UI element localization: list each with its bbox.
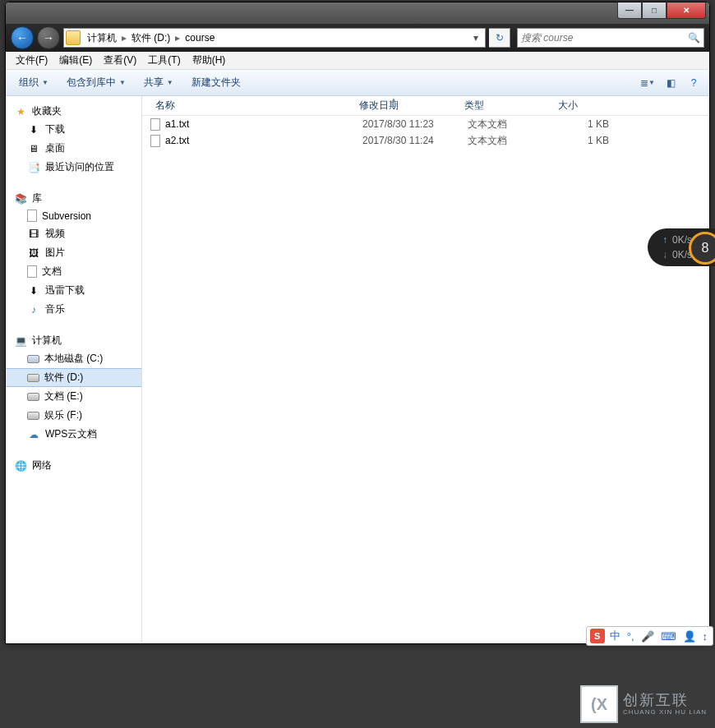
address-dropdown-icon[interactable]: ▾ <box>468 32 483 44</box>
watermark-en: CHUANG XIN HU LIAN <box>623 709 707 716</box>
ime-user-icon[interactable]: 👤 <box>681 630 698 643</box>
view-options-button[interactable]: ≣ ▼ <box>639 74 657 92</box>
column-date[interactable]: 修改日期 <box>353 96 458 115</box>
sidebar-item-drive-e[interactable]: 文档 (E:) <box>6 387 141 406</box>
ime-keyboard-icon[interactable]: ⌨ <box>659 630 678 643</box>
explorer-window: — □ ✕ ← → 计算机 ▸ 软件 (D:) ▸ course ▾ ↻ 🔍 文… <box>5 2 710 644</box>
file-type: 文本文档 <box>468 134 561 148</box>
recent-icon: 📑 <box>27 161 40 174</box>
breadcrumb-computer[interactable]: 计算机 <box>84 29 120 47</box>
doc-icon <box>27 265 37 278</box>
file-row[interactable]: a2.txt2017/8/30 11:24文本文档1 KB <box>142 132 709 149</box>
sidebar-item-xunlei[interactable]: ⬇迅雷下载 <box>6 281 141 300</box>
chevron-right-icon[interactable]: ▸ <box>120 32 128 44</box>
refresh-button[interactable]: ↻ <box>489 28 510 48</box>
sort-indicator-icon: ▲ <box>390 96 397 104</box>
search-box[interactable]: 🔍 <box>517 28 704 48</box>
sogou-logo-icon[interactable]: S <box>590 629 605 643</box>
star-icon: ★ <box>14 105 27 118</box>
network-header[interactable]: 🌐网络 <box>6 457 141 474</box>
file-list[interactable]: a1.txt2017/8/30 11:23文本文档1 KBa2.txt2017/… <box>142 116 709 643</box>
ime-punct[interactable]: °, <box>625 630 636 643</box>
music-icon: ♪ <box>27 303 40 316</box>
video-icon: 🎞 <box>27 228 40 241</box>
drive-icon <box>27 393 39 401</box>
address-bar[interactable]: 计算机 ▸ 软件 (D:) ▸ course ▾ <box>63 28 486 48</box>
sidebar-item-drive-c[interactable]: 本地磁盘 (C:) <box>6 349 141 368</box>
menu-help[interactable]: 帮助(H) <box>187 52 231 69</box>
column-type[interactable]: 类型 <box>458 96 551 115</box>
help-button[interactable]: ? <box>685 74 703 92</box>
file-view: ▲ 名称 修改日期 类型 大小 a1.txt2017/8/30 11:23文本文… <box>142 96 709 643</box>
new-folder-button[interactable]: 新建文件夹 <box>185 72 247 93</box>
navigation-pane: ★收藏夹 ⬇下载 🖥桌面 📑最近访问的位置 📚库 Subversion 🎞视频 … <box>6 96 142 643</box>
sidebar-item-recent[interactable]: 📑最近访问的位置 <box>6 158 141 177</box>
menu-view[interactable]: 查看(V) <box>99 52 141 69</box>
sidebar-item-wps-cloud[interactable]: ☁WPS云文档 <box>6 425 141 444</box>
file-size: 1 KB <box>561 118 620 130</box>
doc-icon <box>27 210 37 222</box>
ime-voice-icon[interactable]: 🎤 <box>639 630 656 643</box>
computer-icon: 💻 <box>14 334 27 348</box>
search-input[interactable] <box>521 32 688 44</box>
forward-button[interactable]: → <box>37 26 60 49</box>
library-header[interactable]: 📚库 <box>6 190 141 207</box>
file-date: 2017/8/30 11:24 <box>362 135 468 146</box>
sidebar-item-drive-d[interactable]: 软件 (D:) <box>6 368 141 387</box>
drive-icon <box>27 374 39 382</box>
file-name: a2.txt <box>165 135 362 146</box>
text-file-icon <box>150 118 160 131</box>
menu-file[interactable]: 文件(F) <box>11 52 53 69</box>
organize-button[interactable]: 组织▼ <box>12 72 55 93</box>
file-name: a1.txt <box>165 118 362 130</box>
body-area: ★收藏夹 ⬇下载 🖥桌面 📑最近访问的位置 📚库 Subversion 🎞视频 … <box>6 96 709 643</box>
ime-more-icon[interactable]: ↕ <box>701 630 710 643</box>
text-file-icon <box>150 135 160 147</box>
folder-icon <box>66 30 81 45</box>
close-button[interactable]: ✕ <box>667 2 706 19</box>
back-button[interactable]: ← <box>11 26 34 49</box>
include-in-library-button[interactable]: 包含到库中▼ <box>60 72 132 93</box>
sidebar-item-drive-f[interactable]: 娱乐 (F:) <box>6 406 141 425</box>
share-button[interactable]: 共享▼ <box>137 72 180 93</box>
file-type: 文本文档 <box>468 117 561 131</box>
watermark-cn: 创新互联 <box>623 693 707 709</box>
chevron-right-icon[interactable]: ▸ <box>173 32 182 44</box>
picture-icon: 🖼 <box>27 247 40 260</box>
ime-lang[interactable]: 中 <box>608 629 622 643</box>
download-icon: ⬇ <box>27 284 40 297</box>
desktop-icon: 🖥 <box>27 142 40 155</box>
file-date: 2017/8/30 11:23 <box>362 118 468 130</box>
preview-pane-button[interactable]: ◧ <box>662 74 680 92</box>
menu-edit[interactable]: 编辑(E) <box>54 52 97 69</box>
file-row[interactable]: a1.txt2017/8/30 11:23文本文档1 KB <box>142 116 709 132</box>
command-bar: 组织▼ 包含到库中▼ 共享▼ 新建文件夹 ≣ ▼ ◧ ? <box>6 70 709 96</box>
column-size[interactable]: 大小 <box>551 96 622 115</box>
column-name[interactable]: 名称 <box>142 96 353 115</box>
menu-bar: 文件(F) 编辑(E) 查看(V) 工具(T) 帮助(H) <box>6 52 709 70</box>
computer-header[interactable]: 💻计算机 <box>6 332 141 349</box>
sidebar-item-pictures[interactable]: 🖼图片 <box>6 243 141 262</box>
search-icon[interactable]: 🔍 <box>688 32 700 44</box>
ime-toolbar[interactable]: S 中 °, 🎤 ⌨ 👤 ↕ <box>586 626 713 646</box>
breadcrumb-course[interactable]: course <box>182 29 218 47</box>
download-icon: ⬇ <box>27 123 40 136</box>
speed-circle[interactable]: 8 <box>689 232 715 265</box>
sidebar-item-downloads[interactable]: ⬇下载 <box>6 120 141 139</box>
navigation-bar: ← → 计算机 ▸ 软件 (D:) ▸ course ▾ ↻ 🔍 <box>6 24 709 52</box>
favorites-header[interactable]: ★收藏夹 <box>6 103 141 120</box>
menu-tools[interactable]: 工具(T) <box>143 52 185 69</box>
sidebar-item-desktop[interactable]: 🖥桌面 <box>6 139 141 158</box>
minimize-button[interactable]: — <box>617 2 642 19</box>
breadcrumb-drive-d[interactable]: 软件 (D:) <box>128 29 173 47</box>
watermark-logo-icon: (X <box>580 685 618 723</box>
library-icon: 📚 <box>14 192 27 205</box>
cloud-icon: ☁ <box>27 428 40 441</box>
sidebar-item-subversion[interactable]: Subversion <box>6 207 141 224</box>
maximize-button[interactable]: □ <box>642 2 667 19</box>
title-bar: — □ ✕ <box>6 2 709 24</box>
sidebar-item-videos[interactable]: 🎞视频 <box>6 224 141 243</box>
watermark: (X 创新互联 CHUANG XIN HU LIAN <box>580 685 707 723</box>
sidebar-item-music[interactable]: ♪音乐 <box>6 300 141 319</box>
sidebar-item-documents[interactable]: 文档 <box>6 262 141 281</box>
